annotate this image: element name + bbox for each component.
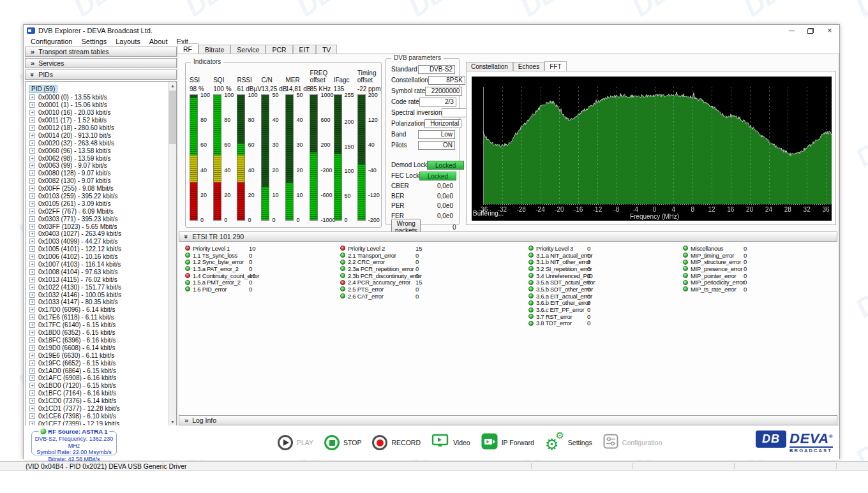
pid-item[interactable]: +0x0062 (98) - 13.59 kbit/s (26, 154, 168, 162)
tab-pcr[interactable]: PCR (266, 45, 292, 54)
etsi-header[interactable]: » ETSI TR 101 290 (179, 232, 837, 242)
pid-item[interactable]: +0x0060 (96) - 13.58 kbit/s (26, 147, 168, 154)
expand-plus-icon[interactable]: + (29, 216, 35, 222)
pid-item[interactable]: +0x1BD0 (7120) - 6.15 kbit/s (26, 382, 168, 390)
toolbar-stop-button[interactable]: STOP (324, 435, 361, 450)
toolbar-settings-button[interactable]: ⚙⚙Settings (545, 434, 592, 451)
restore-button[interactable] (801, 25, 820, 36)
expand-plus-icon[interactable]: + (29, 269, 35, 275)
pid-item[interactable]: +0x17D0 (6096) - 6.14 kbit/s (26, 306, 168, 314)
expand-plus-icon[interactable]: + (29, 117, 35, 123)
menu-item-about[interactable]: About (145, 38, 172, 45)
pid-item[interactable]: +0x1022 (4130) - 151.77 kbit/s (26, 283, 168, 291)
expand-plus-icon[interactable]: + (29, 345, 35, 351)
pid-item[interactable]: +0x1CD1 (7377) - 12.28 kbit/s (26, 405, 168, 413)
expand-plus-icon[interactable]: + (29, 314, 35, 320)
pid-item[interactable]: +0x0011 (17) - 1.52 kbit/s (26, 117, 168, 124)
pid-item[interactable]: +0x0001 (1) - 15.06 kbit/s (26, 101, 168, 109)
expand-plus-icon[interactable]: + (29, 246, 35, 252)
pid-item[interactable]: +0x1006 (4102) - 10.16 kbit/s (26, 253, 168, 261)
pid-item[interactable]: +0x0403 (1027) - 263.49 kbit/s (26, 230, 168, 238)
menu-item-configuration[interactable]: Configuration (26, 38, 77, 45)
pid-item[interactable]: +0x18D0 (6352) - 6.15 kbit/s (26, 329, 168, 337)
expand-plus-icon[interactable]: + (29, 110, 35, 115)
scroll-thumb[interactable] (169, 91, 176, 144)
expand-plus-icon[interactable]: + (29, 383, 35, 388)
expand-plus-icon[interactable]: + (29, 413, 35, 419)
pid-item[interactable]: +0x1005 (4101) - 122.12 kbit/s (26, 246, 168, 253)
pid-item[interactable]: +0x1032 (4146) - 100.05 kbit/s (26, 291, 168, 298)
pid-item[interactable]: +0x02FF (767) - 6.09 Mbit/s (26, 207, 168, 215)
expand-plus-icon[interactable]: + (29, 322, 35, 328)
expand-plus-icon[interactable]: + (29, 360, 35, 366)
sidebar-section-pids[interactable]: »PIDs (25, 70, 177, 80)
pid-item[interactable]: +0x1AFC (6908) - 6.16 kbit/s (26, 374, 168, 382)
expand-plus-icon[interactable]: + (29, 102, 35, 108)
expand-plus-icon[interactable]: + (29, 224, 35, 230)
scope-tab-constellation[interactable]: Constellation (466, 62, 513, 71)
tab-rf[interactable]: RF (177, 43, 198, 54)
toolbar-ip-forward-button[interactable]: IP Forward (481, 433, 534, 452)
expand-plus-icon[interactable]: + (29, 390, 35, 396)
pid-item[interactable]: +0x1CE6 (7398) - 6.10 kbit/s (26, 412, 168, 420)
expand-plus-icon[interactable]: + (29, 186, 35, 191)
expand-plus-icon[interactable]: + (29, 398, 35, 404)
toolbar-play-button[interactable]: PLAY (278, 435, 313, 450)
pid-item[interactable]: +0x19FC (6652) - 6.15 kbit/s (26, 359, 168, 367)
expand-plus-icon[interactable]: + (29, 209, 35, 214)
expand-plus-icon[interactable]: + (29, 284, 35, 290)
sidebar-section-services[interactable]: »Services (25, 58, 177, 68)
pid-item[interactable]: +0x17E6 (6118) - 6.11 kbit/s (26, 314, 168, 321)
expand-plus-icon[interactable]: + (29, 201, 35, 207)
pid-item[interactable]: +0x1033 (4147) - 80.35 kbit/s (26, 298, 168, 306)
expand-plus-icon[interactable]: + (29, 307, 35, 313)
tab-service[interactable]: Service (230, 45, 266, 54)
expand-plus-icon[interactable]: + (29, 140, 35, 146)
pid-item[interactable]: +0x0082 (130) - 9.07 kbit/s (26, 177, 168, 185)
expand-plus-icon[interactable]: + (29, 261, 35, 267)
toolbar-record-button[interactable]: RECORD (372, 435, 421, 450)
expand-plus-icon[interactable]: + (29, 239, 35, 244)
expand-plus-icon[interactable]: + (29, 254, 35, 260)
scope-tab-fft[interactable]: FFT (544, 61, 566, 71)
sidebar-section-transport-stream-tables[interactable]: »Transport stream tables (25, 47, 177, 57)
expand-plus-icon[interactable]: + (29, 178, 35, 184)
pid-item[interactable]: +0x03FF (1023) - 5.65 Mbit/s (26, 223, 168, 230)
pid-item[interactable]: +0x0012 (18) - 280.60 kbit/s (26, 124, 168, 132)
log-info-header[interactable]: » Log Info (179, 415, 837, 425)
pid-item[interactable]: +0x1008 (4104) - 97.63 kbit/s (26, 268, 168, 276)
expand-plus-icon[interactable]: + (29, 163, 35, 168)
pid-item[interactable]: +0x1013 (4115) - 76.02 kbit/s (26, 276, 168, 283)
expand-plus-icon[interactable]: + (29, 94, 35, 100)
pid-item[interactable]: +0x0014 (20) - 913.10 bit/s (26, 131, 168, 139)
pid-item[interactable]: +0x0010 (16) - 20.03 kbit/s (26, 109, 168, 117)
pid-item[interactable]: +0x0063 (99) - 9.07 kbit/s (26, 162, 168, 170)
expand-plus-icon[interactable]: + (29, 231, 35, 237)
expand-plus-icon[interactable]: + (29, 156, 35, 161)
pid-item[interactable]: +0x0105 (261) - 3.09 kbit/s (26, 200, 168, 207)
expand-plus-icon[interactable]: + (29, 193, 35, 199)
minimize-button[interactable] (782, 25, 801, 36)
tab-tv[interactable]: TV (316, 45, 337, 54)
tab-eit[interactable]: EIT (293, 45, 316, 54)
pid-item[interactable]: +0x1003 (4099) - 44.27 kbit/s (26, 238, 168, 246)
menu-item-layouts[interactable]: Layouts (111, 38, 145, 45)
scope-tab-echoes[interactable]: Echoes (513, 62, 544, 71)
expand-plus-icon[interactable]: + (29, 406, 35, 411)
expand-plus-icon[interactable]: + (29, 299, 35, 305)
expand-plus-icon[interactable]: + (29, 337, 35, 343)
pid-item[interactable]: +0x0000 (0) - 13.55 kbit/s (26, 94, 168, 101)
tree-scrollbar[interactable]: ▲ ▼ (168, 82, 176, 426)
expand-plus-icon[interactable]: + (29, 148, 35, 154)
expand-plus-icon[interactable]: + (29, 292, 35, 298)
close-button[interactable]: × (820, 25, 839, 36)
expand-plus-icon[interactable]: + (29, 353, 35, 358)
pid-item[interactable]: +0x0020 (32) - 263.48 kbit/s (26, 139, 168, 147)
pid-item[interactable]: +0x0303 (771) - 395.23 kbit/s (26, 215, 168, 223)
pid-item[interactable]: +0x1AD0 (6864) - 6.15 kbit/s (26, 367, 168, 374)
pid-item[interactable]: +0x1CD0 (7376) - 6.14 kbit/s (26, 397, 168, 405)
expand-plus-icon[interactable]: + (29, 368, 35, 374)
pid-root-item[interactable]: PID (59) (29, 85, 57, 92)
expand-plus-icon[interactable]: + (29, 330, 35, 335)
pid-item[interactable]: +0x0080 (128) - 9.07 kbit/s (26, 170, 168, 177)
